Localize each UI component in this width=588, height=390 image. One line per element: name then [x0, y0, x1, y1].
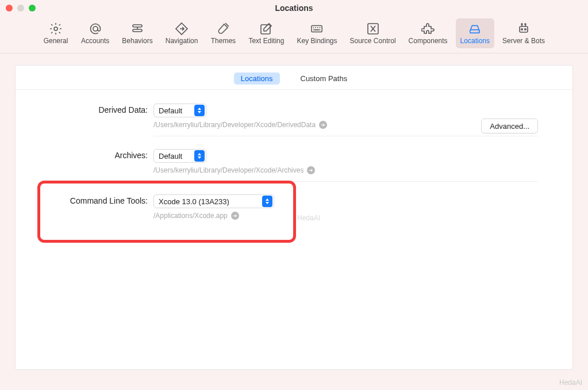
svg-point-0	[54, 27, 57, 30]
popup-arrows-icon	[262, 196, 272, 207]
settings-body: Derived Data: Default /Users/kerryliu/Li…	[16, 90, 572, 237]
reveal-in-finder-icon[interactable]: ➜	[319, 121, 327, 129]
clt-value: Xcode 13.0 (13A233)	[159, 197, 229, 206]
toolbar-item-label: Server & Bots	[502, 37, 545, 45]
derived-data-path-row: /Users/kerryliu/Library/Developer/Xcode/…	[153, 121, 538, 129]
robot-icon	[516, 22, 532, 36]
tab-locations[interactable]: Locations	[234, 72, 280, 85]
toolbar-item-server-bots[interactable]: Server & Bots	[498, 18, 549, 48]
toolbar-item-components[interactable]: Components	[404, 18, 452, 48]
svg-rect-2	[133, 25, 142, 27]
clt-popup[interactable]: Xcode 13.0 (13A233)	[153, 194, 274, 208]
archives-popup[interactable]: Default	[153, 149, 206, 163]
derived-data-label: Derived Data:	[50, 104, 153, 114]
toolbar-item-label: Navigation	[166, 37, 198, 45]
toolbar-item-accounts[interactable]: Accounts	[76, 18, 114, 48]
derived-data-value: Default	[159, 106, 182, 115]
row-archives: Archives: Default /Users/kerryliu/Librar…	[50, 149, 538, 192]
popup-arrows-icon	[194, 105, 205, 116]
drive-icon	[467, 22, 483, 36]
toolbar-item-locations[interactable]: Locations	[456, 18, 494, 48]
toolbar-item-label: Components	[409, 37, 448, 45]
window-title: Locations	[0, 3, 588, 13]
clt-path-row: /Applications/Xcode.app ➜	[153, 212, 538, 220]
archives-path: /Users/kerryliu/Library/Developer/Xcode/…	[153, 166, 303, 174]
branch-square-icon	[365, 22, 381, 36]
svg-rect-5	[312, 26, 322, 32]
toolbar-item-general[interactable]: General	[39, 18, 73, 48]
panel-wrap: Locations Custom Paths Derived Data: Def…	[0, 53, 588, 381]
toolbar-item-navigation[interactable]: Navigation	[161, 18, 203, 48]
pencil-square-icon	[258, 22, 274, 36]
toolbar-item-text-editing[interactable]: Text Editing	[244, 18, 289, 48]
svg-rect-4	[261, 25, 270, 34]
toolbar-item-behaviors[interactable]: Behaviors	[117, 18, 157, 48]
puzzle-icon	[420, 22, 436, 36]
svg-point-10	[521, 29, 523, 30]
zoom-window-button[interactable]	[29, 5, 36, 12]
minimize-window-button[interactable]	[17, 5, 24, 12]
gear-icon	[48, 22, 64, 36]
stack-icon	[129, 22, 145, 36]
clt-path: /Applications/Xcode.app	[153, 212, 228, 220]
diamond-arrow-icon	[174, 22, 190, 36]
clt-label: Command Line Tools:	[50, 194, 153, 205]
archives-label: Archives:	[50, 149, 153, 160]
traffic-lights	[6, 5, 36, 12]
segmented-tabs: Locations Custom Paths	[16, 66, 572, 90]
close-window-button[interactable]	[6, 5, 13, 12]
titlebar: Locations	[0, 0, 588, 16]
at-icon	[87, 22, 103, 36]
archives-value-col: Default /Users/kerryliu/Library/Develope…	[153, 149, 538, 182]
toolbar-item-label: Behaviors	[122, 37, 152, 45]
toolbar-item-label: Accounts	[81, 37, 109, 45]
toolbar-item-label: Text Editing	[248, 37, 284, 45]
preferences-toolbar: General Accounts Behaviors Navigation Th…	[0, 16, 588, 53]
toolbar-item-source-control[interactable]: Source Control	[345, 18, 401, 48]
reveal-in-finder-icon[interactable]: ➜	[307, 166, 315, 174]
row-command-line-tools: Command Line Tools: Xcode 13.0 (13A233) …	[50, 194, 538, 237]
svg-point-8	[478, 31, 478, 32]
toolbar-item-label: Source Control	[350, 37, 396, 45]
toolbar-item-themes[interactable]: Themes	[206, 18, 240, 48]
derived-data-popup[interactable]: Default	[153, 104, 206, 117]
popup-arrows-icon	[194, 150, 205, 162]
keyboard-icon	[309, 22, 325, 36]
toolbar-item-label: Key Bindings	[297, 37, 337, 45]
svg-point-1	[93, 26, 98, 31]
archives-path-row: /Users/kerryliu/Library/Developer/Xcode/…	[153, 166, 538, 174]
derived-data-value-col: Default /Users/kerryliu/Library/Develope…	[153, 104, 538, 136]
toolbar-item-label: Themes	[211, 37, 236, 45]
svg-rect-3	[133, 29, 142, 32]
derived-data-path: /Users/kerryliu/Library/Developer/Xcode/…	[153, 121, 316, 129]
clt-value-col: Xcode 13.0 (13A233) /Applications/Xcode.…	[153, 194, 538, 227]
toolbar-item-key-bindings[interactable]: Key Bindings	[292, 18, 341, 48]
reveal-in-finder-icon[interactable]: ➜	[231, 212, 239, 220]
brush-icon	[215, 22, 231, 36]
row-derived-data: Derived Data: Default /Users/kerryliu/Li…	[50, 104, 538, 147]
locations-panel: Locations Custom Paths Derived Data: Def…	[15, 65, 573, 370]
svg-point-11	[525, 29, 526, 30]
toolbar-item-label: Locations	[460, 37, 490, 45]
advanced-button[interactable]: Advanced...	[481, 118, 538, 133]
archives-value: Default	[159, 152, 182, 160]
toolbar-item-label: General	[44, 37, 68, 45]
tab-custom-paths[interactable]: Custom Paths	[294, 72, 355, 85]
